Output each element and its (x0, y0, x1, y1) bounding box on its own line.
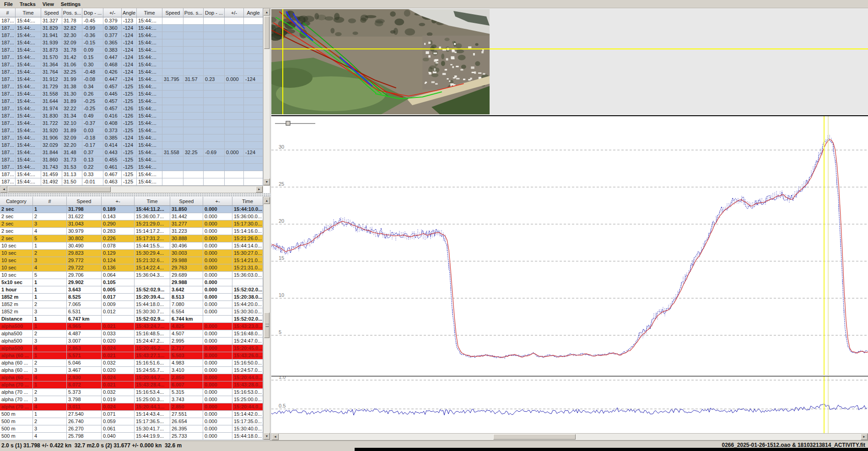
menu-settings[interactable]: Settings (59, 1, 85, 7)
column-header[interactable]: # (0, 8, 16, 17)
track-point-row[interactable]: 187...15:44:...31.72232.10-0.370.408-125… (0, 120, 263, 127)
track-point-row[interactable]: 187...15:44:...31.87331.780.090.383-1241… (0, 47, 263, 54)
result-row[interactable]: alpha (60 ...33.4670.02015:24:55.7...3.4… (0, 367, 263, 374)
column-header[interactable]: +- (203, 197, 232, 206)
result-row[interactable]: 500 m127.5400.07115:14:43.4...27.5510.00… (0, 411, 263, 418)
panel-splitter[interactable] (0, 193, 270, 197)
result-row[interactable]: 10 sec130.4900.07815:44:15.5...30.4960.0… (0, 242, 263, 250)
result-row[interactable]: alpha50042.8630.02415:20:45.2...2.7170.0… (0, 345, 263, 352)
column-header[interactable]: +/- (103, 8, 122, 17)
column-header[interactable]: # (33, 197, 67, 206)
track-point-row[interactable]: 187...15:44:...31.90632.09-0.180.385-124… (0, 134, 263, 142)
result-row[interactable]: 1 hour13.6430.00515:52:02.9...3.6420.000… (0, 286, 263, 294)
column-header[interactable]: Pos. s... (183, 8, 204, 17)
result-row[interactable]: alpha (60 ...15.5710.02115:43:27.1...5.5… (0, 352, 263, 360)
result-row[interactable]: alpha (70 ...33.7980.01915:25:00.3...3.7… (0, 396, 263, 403)
results-vscrollbar[interactable]: ▲ ▼ (263, 197, 270, 440)
track-point-row[interactable]: 187...15:44:...31.36431.060.300.468-1241… (0, 61, 263, 69)
track-table-hthumb[interactable] (8, 187, 111, 192)
column-header[interactable]: Time (135, 197, 170, 206)
result-row[interactable]: Distance16.747 km15:52:02.9...6.744 km15… (0, 316, 263, 323)
result-row[interactable]: alpha50014.9650.02115:43:24.7...4.8250.0… (0, 323, 263, 330)
menu-file[interactable]: File (2, 1, 17, 7)
scroll-right-icon[interactable]: ► (256, 186, 263, 193)
track-point-row[interactable]: 187...15:44:...31.86031.730.130.455-1251… (0, 156, 263, 164)
track-point-row[interactable]: 187...15:44:...31.45931.130.330.467-1251… (0, 171, 263, 178)
chart-hscrollbar[interactable]: ◄ ► (271, 433, 868, 440)
column-header[interactable]: Speed (67, 197, 102, 206)
result-row[interactable]: 10 sec529.7060.06415:36:04.3...29.6890.0… (0, 272, 263, 279)
result-row[interactable]: alpha (60 ...42.9300.02415:20:44.7...2.8… (0, 374, 263, 381)
track-point-row[interactable]: 187...15:44:...31.82932.82-0.990.360-124… (0, 25, 263, 32)
result-row[interactable]: alpha (70 ...43.0110.02415:20:44.1...2.8… (0, 403, 263, 411)
track-point-row[interactable]: 187...15:44:...31.55831.300.260.445-1251… (0, 91, 263, 98)
track-point-row[interactable]: 187...15:44:...32.02932.20-0.170.414-124… (0, 142, 263, 149)
result-row[interactable]: 2 sec231.6220.14315:36:00.7...31.4420.00… (0, 213, 263, 220)
result-row[interactable]: alpha (70 ...16.0720.02115:43:28.4...6.0… (0, 381, 263, 389)
scroll-left-icon[interactable]: ◄ (0, 186, 7, 193)
track-point-row[interactable]: 187...15:44:...31.74331.530.220.461-1251… (0, 164, 263, 171)
scroll-down-icon[interactable]: ▼ (264, 433, 270, 440)
column-header[interactable]: Category (0, 197, 33, 206)
scroll-up-icon[interactable]: ▲ (264, 197, 270, 204)
result-row[interactable]: alpha50033.0070.02015:24:47.2...2.9950.0… (0, 338, 263, 345)
column-header[interactable]: Dop - ... (204, 8, 225, 17)
result-row[interactable]: 2 sec131.7980.18915:44:11.2...31.8500.00… (0, 206, 263, 213)
column-header[interactable]: Time (137, 8, 162, 17)
result-row[interactable]: 10 sec329.7720.12415:21:32.6...29.9880.0… (0, 257, 263, 264)
column-header[interactable]: Speed (41, 8, 62, 17)
track-point-row[interactable]: 187...15:44:...31.57031.420.150.447-1241… (0, 54, 263, 61)
chart-hthumb[interactable] (493, 434, 576, 440)
track-point-row[interactable]: 187...15:44:...31.91231.99-0.080.447-124… (0, 76, 263, 83)
track-table-vscrollbar[interactable]: ▲ ▼ (263, 8, 270, 186)
track-point-row[interactable]: 187...15:44:...31.92031.890.030.373-1251… (0, 127, 263, 134)
track-table-hscrollbar[interactable]: ◄ ► (0, 186, 263, 193)
track-point-row[interactable]: 187...15:44:...31.97432.22-0.250.457-126… (0, 105, 263, 113)
track-point-row[interactable]: 187...15:44:...31.94132.30-0.360.377-124… (0, 32, 263, 39)
column-header[interactable]: Speed (162, 8, 183, 17)
track-point-row[interactable]: 187...15:44:...31.64431.89-0.250.457-125… (0, 98, 263, 105)
result-row[interactable]: 5x10 sec129.9020.10529.9880.000 (0, 279, 263, 286)
track-point-row[interactable]: 187...15:44:...31.76432.25-0.480.426-124… (0, 69, 263, 76)
result-row[interactable]: alpha (70 ...25.3730.03215:16:53.4...5.3… (0, 389, 263, 396)
scroll-right-icon[interactable]: ► (861, 434, 868, 440)
result-row[interactable]: 500 m326.2700.06115:30:41.7...26.3950.00… (0, 425, 263, 433)
result-row[interactable]: 500 m425.7980.04015:44:19.9...25.7330.00… (0, 433, 263, 440)
menu-tracks[interactable]: Tracks (17, 1, 40, 7)
column-header[interactable]: Time (232, 197, 263, 206)
result-row[interactable]: 500 m226.7400.05915:17:36.5...26.6540.00… (0, 418, 263, 425)
map-view[interactable] (271, 9, 490, 114)
result-row[interactable]: 2 sec530.8020.22615:17:31.2...30.8880.00… (0, 235, 263, 242)
result-row[interactable]: 2 sec331.0430.29015:21:29.0...31.2770.00… (0, 220, 263, 228)
track-point-row[interactable]: 187...15:44:...31.93932.09-0.150.365-124… (0, 39, 263, 47)
column-header[interactable]: +/- (225, 8, 244, 17)
track-point-row[interactable]: 187...15:44:...31.84431.480.370.443-1251… (0, 149, 263, 156)
results-scrollbar-thumb[interactable] (264, 312, 270, 338)
result-row[interactable]: 2 sec430.9790.28315:14:17.2...31.2230.00… (0, 228, 263, 235)
accuracy-chart[interactable]: 0.51.0 (271, 376, 868, 433)
track-point-row[interactable]: 187...15:44:...31.72931.380.340.457-1251… (0, 83, 263, 91)
result-row[interactable]: alpha (60 ...25.0460.03215:16:51.6...4.9… (0, 360, 263, 367)
scroll-down-icon[interactable]: ▼ (264, 178, 270, 185)
result-row[interactable]: 10 sec429.7220.13615:14:22.4...29.7630.0… (0, 264, 263, 272)
scroll-left-icon[interactable]: ◄ (272, 434, 279, 440)
track-point-row[interactable]: 187...15:44:...31.49231.50-0.010.463-125… (0, 178, 263, 186)
track-table-scrollbar-thumb[interactable] (264, 16, 270, 49)
result-row[interactable]: 1852 m36.5310.01215:30:30.7...6.5540.000… (0, 308, 263, 316)
column-header[interactable]: +- (102, 197, 135, 206)
result-row[interactable]: 1852 m18.5250.01715:20:39.4...8.5130.000… (0, 294, 263, 301)
column-header[interactable]: Speed (170, 197, 203, 206)
speed-chart[interactable]: 51015202530 (271, 115, 868, 375)
column-header[interactable]: Angle (122, 8, 137, 17)
result-row[interactable]: 1852 m27.0650.00915:44:18.0...7.0800.000… (0, 301, 263, 308)
result-row[interactable]: 10 sec229.8230.12915:30:29.4...30.0030.0… (0, 250, 263, 257)
result-row[interactable]: alpha50024.4870.03315:16:48.5...4.5070.0… (0, 330, 263, 338)
scroll-up-icon[interactable]: ▲ (264, 9, 270, 16)
column-header[interactable]: Angle (244, 8, 263, 17)
track-point-row[interactable]: 187...15:44:...31.32731.78-0.450.379-123… (0, 17, 263, 25)
menu-view[interactable]: View (40, 1, 59, 7)
column-header[interactable]: Time (16, 8, 41, 17)
column-header[interactable]: Dop - ... (82, 8, 103, 17)
track-point-row[interactable]: 187...15:44:...31.83031.340.490.416-1261… (0, 113, 263, 120)
column-header[interactable]: Pos. s... (62, 8, 82, 17)
